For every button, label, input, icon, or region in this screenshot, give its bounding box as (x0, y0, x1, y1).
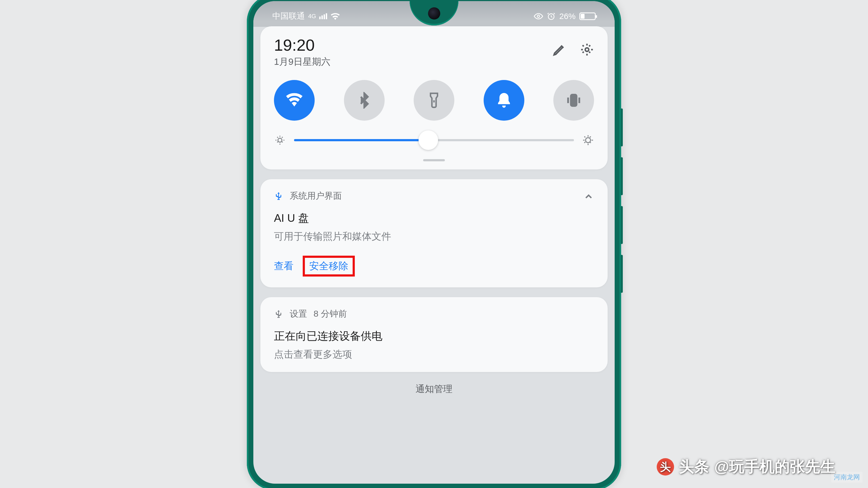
usb-icon (274, 310, 283, 319)
brightness-high-icon (582, 134, 594, 146)
chevron-up-icon[interactable] (583, 191, 594, 202)
vibrate-toggle[interactable] (553, 80, 594, 121)
notification-toggle[interactable] (484, 80, 524, 121)
notification-shade[interactable]: 19:20 1月9日星期六 (253, 26, 615, 395)
bluetooth-toggle[interactable] (344, 80, 384, 121)
clock-time: 19:20 (274, 37, 330, 54)
watermark: 头 头条 @玩手机的张先生 (657, 457, 835, 477)
battery-icon (579, 12, 596, 20)
gear-icon[interactable] (580, 42, 594, 57)
toutiao-logo-icon: 头 (657, 458, 674, 476)
signal-icon (319, 13, 327, 19)
notif-time: 8 分钟前 (314, 308, 347, 320)
corner-watermark: 河南龙网 (831, 472, 863, 483)
brightness-row (274, 131, 594, 154)
edit-icon[interactable] (552, 42, 566, 57)
phone-screen: 中国联通 4G 26% 19:20 1月9日星期六 (253, 1, 615, 484)
usb-icon (274, 191, 283, 201)
notif-subtitle: 可用于传输照片和媒体文件 (274, 230, 594, 243)
svg-point-0 (537, 15, 540, 18)
wifi-toggle[interactable] (274, 80, 315, 121)
brightness-low-icon (274, 134, 286, 146)
view-button[interactable]: 查看 (274, 256, 293, 276)
phone-mockup: 中国联通 4G 26% 19:20 1月9日星期六 (247, 0, 621, 488)
notif-title: 正在向已连接设备供电 (274, 329, 594, 344)
clock-date: 1月9日星期六 (274, 56, 330, 68)
alarm-icon (547, 12, 556, 21)
slider-thumb[interactable] (418, 130, 438, 150)
watermark-prefix: 头条 (679, 457, 709, 477)
brightness-slider[interactable] (294, 139, 574, 141)
eject-button[interactable]: 安全移除 (309, 259, 348, 273)
svg-rect-3 (571, 95, 577, 106)
notif-app-label: 设置 (290, 308, 307, 320)
notif-title: AI U 盘 (274, 210, 594, 226)
wifi-icon (330, 12, 340, 20)
flashlight-toggle[interactable] (414, 80, 454, 121)
svg-point-2 (585, 48, 589, 52)
eye-icon (534, 13, 543, 20)
battery-pct: 26% (559, 12, 576, 21)
notif-subtitle: 点击查看更多选项 (274, 348, 594, 361)
quick-settings-panel: 19:20 1月9日星期六 (260, 26, 608, 169)
highlight-box: 安全移除 (303, 256, 355, 276)
expand-handle[interactable] (423, 159, 445, 161)
charging-notification-card[interactable]: 设置 8 分钟前 正在向已连接设备供电 点击查看更多选项 (260, 297, 608, 372)
network-label: 4G (308, 13, 316, 20)
svg-point-4 (278, 138, 282, 142)
manage-notifications-link[interactable]: 通知管理 (260, 383, 608, 395)
toggle-row (274, 80, 594, 121)
notif-app-label: 系统用户界面 (290, 190, 342, 202)
watermark-handle: @玩手机的张先生 (714, 457, 835, 477)
usb-notification-card[interactable]: 系统用户界面 AI U 盘 可用于传输照片和媒体文件 查看 安全移除 (260, 179, 608, 287)
carrier-label: 中国联通 (272, 10, 305, 22)
